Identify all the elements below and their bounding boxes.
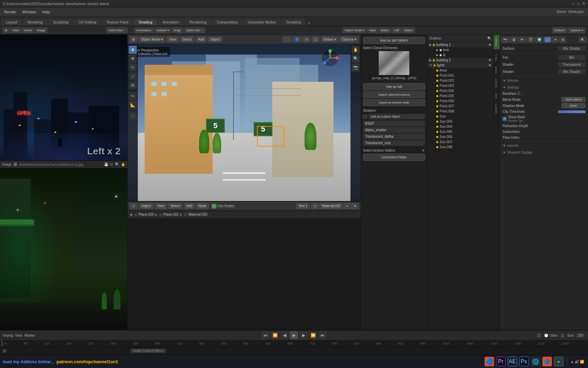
viewport-view-btn[interactable]: View	[166, 36, 179, 42]
link-folder-btn[interactable]: Link/select folder	[363, 154, 425, 161]
prop-render-icon[interactable]: 📷	[501, 37, 509, 43]
global-btn[interactable]: Global ▾	[552, 28, 568, 33]
node-add-btn[interactable]: Add	[184, 203, 195, 209]
show-back-checkbox[interactable]: ✓	[503, 117, 507, 121]
shading-rendered[interactable]: 🔵	[293, 36, 301, 42]
prop-scene-icon[interactable]: 🎬	[526, 37, 535, 43]
tab-animation[interactable]: Animation	[158, 19, 184, 26]
node-object-btn[interactable]: Object	[139, 203, 153, 209]
tab-uv[interactable]: UV Editing	[74, 19, 101, 26]
timeline-track[interactable]: 10 60 110 160 210 260 310 360 410 460 51…	[0, 340, 588, 347]
node-material-new[interactable]: +	[344, 203, 350, 209]
viewport-display-section[interactable]: Viewport Display	[500, 149, 588, 156]
shading-solid[interactable]: ⬛	[282, 36, 291, 42]
viewport-select-btn[interactable]: Select	[180, 36, 194, 42]
line-art-section[interactable]: Line Art	[500, 142, 588, 149]
tab-scripting[interactable]: Scripting	[281, 19, 306, 26]
menu-render[interactable]: Render	[1, 9, 19, 15]
eye-icon-building1[interactable]: 👁	[488, 43, 491, 47]
node-node-btn[interactable]: Node	[196, 203, 209, 209]
start-frame[interactable]: 1	[559, 333, 566, 338]
shadow-mode-dropdown[interactable]: None	[561, 103, 585, 108]
outliner-sun004[interactable]: Sun.004	[427, 124, 493, 129]
outliner-point007[interactable]: Point.007	[427, 104, 493, 109]
add-plane-checkbox[interactable]	[363, 114, 367, 119]
node-editor-type[interactable]: ⬡	[130, 203, 137, 209]
left-view-btn[interactable]: View	[10, 28, 21, 33]
prop-world-icon[interactable]: 🌍	[535, 37, 543, 43]
left-select-btn[interactable]: Select	[21, 28, 34, 33]
quick-tab-poly[interactable]: poly	[494, 91, 500, 101]
view-btn-timeline[interactable]: View	[15, 334, 23, 337]
quick-tab-the[interactable]: The s...	[494, 49, 500, 64]
tool-zoom[interactable]: 🔍	[352, 55, 360, 63]
viewport-options[interactable]: Options ▾	[340, 36, 359, 42]
street-scene[interactable]	[0, 168, 127, 330]
outliner-building1-section[interactable]: ▶ building 1 👁	[427, 42, 493, 47]
bsdf-btn[interactable]: BSDF	[363, 121, 425, 126]
overlay-btn[interactable]: ⊙	[303, 36, 310, 42]
outliner-point004[interactable]: Point.004	[427, 88, 493, 93]
end-frame[interactable]: 250	[575, 333, 585, 338]
image-hand[interactable]: ✋	[121, 163, 125, 166]
prop-view-icon[interactable]: 👁	[518, 37, 526, 43]
settings-section[interactable]: Settings	[500, 84, 588, 91]
expand-folders-icon[interactable]: ▼	[422, 149, 425, 152]
tool-rotate[interactable]: ↻	[129, 63, 137, 72]
taskbar-icon-unknown[interactable]: ★	[554, 357, 564, 366]
tool-scale[interactable]: ⤢	[129, 72, 137, 80]
tool-transform[interactable]: ⊞	[129, 81, 137, 89]
center-select-box[interactable]: Select Box ~	[184, 28, 206, 33]
tab-sculpting[interactable]: Sculpting	[48, 19, 73, 26]
outliner-point002[interactable]: Point.002	[427, 78, 493, 83]
prop-particles-icon[interactable]: ✦	[552, 37, 559, 43]
taskbar-icon-ae[interactable]: AE	[508, 357, 517, 366]
fac-value[interactable]: Mix	[558, 55, 585, 60]
outliner-filter-icon[interactable]: 🔍	[487, 36, 491, 40]
keying-btn[interactable]: Keying	[3, 334, 13, 337]
use-as-hdr-btn[interactable]: Use as hdr	[363, 83, 425, 90]
taskbar-icon-chrome[interactable]: 🌐	[531, 357, 540, 366]
shader2-value[interactable]: Mix Shader	[558, 69, 585, 74]
import-texture-btn[interactable]: import as texture node	[363, 99, 425, 106]
shader-value[interactable]: Transparent	[558, 62, 585, 67]
outliner-point008[interactable]: Point.008	[427, 109, 493, 114]
blend-mode-dropdown[interactable]: Alpha Blend	[561, 97, 585, 102]
outliner-building2-section[interactable]: ▶ building 2 👁	[427, 58, 493, 63]
taskbar-icon-blender2[interactable]: 🔵	[542, 357, 552, 366]
tab-modeling[interactable]: Modeling	[23, 19, 48, 26]
outliner-sun006[interactable]: Sun.006	[427, 134, 493, 139]
quick-tab-short[interactable]: Short	[494, 64, 500, 76]
current-frame[interactable]: 2	[536, 333, 542, 338]
tool-pan[interactable]: ✋	[352, 46, 360, 54]
image-save[interactable]: 💾	[104, 163, 108, 166]
outliner-sun[interactable]: Sun	[427, 114, 493, 119]
add-plane-btn[interactable]: Add as a plane object	[369, 114, 425, 119]
viewport-3d[interactable]: 5 5 User Perspective (2) Collection | Pl…	[128, 44, 361, 201]
viewport-add-btn[interactable]: Add	[196, 36, 207, 42]
tab-texture-paint[interactable]: Texture Paint	[102, 19, 133, 26]
object-btn[interactable]: Object	[402, 28, 415, 33]
quick-tab-quick-f[interactable]: Quick F	[494, 76, 500, 91]
node-slot[interactable]: Slot 1	[296, 203, 310, 209]
volume-section[interactable]: Volume	[500, 77, 588, 84]
translucent-alpha-btn[interactable]: Translucent_Aplha	[363, 134, 425, 139]
eye-icon-lights[interactable]: 👁	[488, 64, 491, 67]
outliner-sun003[interactable]: Sun.003	[427, 119, 493, 124]
outliner-point001[interactable]: Point.001	[427, 73, 493, 78]
viewport-object-btn[interactable]: Object	[208, 36, 223, 42]
translucent-only-btn[interactable]: Translucent_only	[363, 140, 425, 146]
breadcrumb-item-3[interactable]: Material.020	[189, 213, 207, 216]
viewport-gizmo[interactable]: X Y Z	[320, 48, 340, 68]
node-material-close[interactable]: ✕	[351, 203, 359, 209]
tool-cursor[interactable]: ⊕	[129, 46, 137, 54]
tool-annotate[interactable]: ✏	[129, 92, 137, 100]
add-workspace[interactable]: +	[308, 20, 310, 26]
view-btn[interactable]: View	[367, 28, 378, 33]
alpha-shader-btn[interactable]: Alpha_shader	[363, 127, 425, 133]
node-view-btn[interactable]: View	[155, 203, 167, 209]
timeline-next[interactable]: ⏩	[309, 331, 317, 339]
outliner-lights-section[interactable]: ▼ lights 👁	[427, 63, 493, 68]
quick-tab-quick-g[interactable]: Quick G	[494, 101, 500, 116]
tool-camera[interactable]: 📷	[352, 63, 360, 72]
